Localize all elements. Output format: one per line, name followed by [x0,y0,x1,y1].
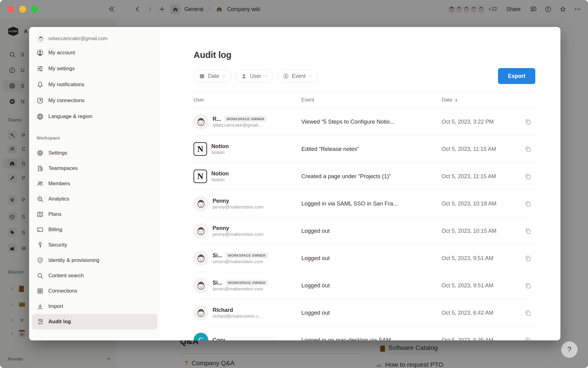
sort-descending-icon [454,98,459,102]
event-cell: Edited “Release notes” [301,146,442,152]
settings-nav-item[interactable]: Plans [32,207,157,222]
table-row[interactable]: Si... WORKSPACE OWNER simon@makenotion.c… [194,245,535,272]
settings-nav-label: Language & region [48,113,92,120]
settings-nav-label: Plans [48,211,62,217]
user-name: Cory [213,337,225,341]
user-cell: N Notion Notion [194,142,301,156]
user-cell: Penny penny@makenotion.com [194,224,301,238]
settings-nav-item[interactable]: Import [32,299,157,314]
copy-icon[interactable] [524,282,532,289]
settings-nav-label: My notifications [48,82,84,88]
date-cell: Oct 5, 2023, 6:42 AM [442,310,521,316]
table-row[interactable]: N Notion Notion Created [194,163,535,190]
event-cell: Viewed “5 Steps to Configure Notio... [301,118,442,125]
user-email: richard@makenotion.c... [213,313,262,319]
settings-nav-label: Audit log [48,319,71,325]
members-icon [36,180,44,187]
copy-icon[interactable] [524,309,532,316]
settings-sidebar: rebeccamcakir@gmail.com My account My se… [29,27,160,340]
copy-icon[interactable] [524,200,532,207]
user-name: Penny [213,198,229,204]
date-cell: Oct 5, 2023, 11:15 AM [442,146,521,152]
minimize-window-button[interactable] [19,6,26,13]
chevron-down-icon [308,74,312,78]
settings-sliders-icon [36,65,44,72]
help-button[interactable]: ? [561,341,578,358]
settings-nav-item[interactable]: Teamspaces [32,161,157,176]
zoom-window-button[interactable] [31,6,38,13]
settings-nav-item[interactable]: My account [32,45,157,61]
date-cell: Oct 5, 2023, 10:18 AM [442,201,521,207]
event-cell: Logged in via SAML SSO in San Fra... [301,200,442,207]
workspace-owner-badge: WORKSPACE OWNER [224,116,267,122]
settings-modal: rebeccamcakir@gmail.com My account My se… [29,27,560,340]
close-window-button[interactable] [7,6,14,13]
user-email: Notion [211,150,224,155]
settings-nav-label: Import [48,303,63,309]
filter-label: Date [208,73,219,79]
user-filter-icon [241,73,247,79]
table-row[interactable]: Penny penny@makenotion.com Logged in via… [194,190,535,217]
column-header-event[interactable]: Event [301,97,442,103]
settings-nav-label: My account [48,50,75,56]
settings-nav-item[interactable]: My settings [32,61,157,77]
settings-nav-item[interactable]: Connections [32,283,157,299]
copy-icon[interactable] [524,255,532,262]
table-row[interactable]: Si... WORKSPACE OWNER simon@makenotion.c… [194,272,535,299]
chevron-down-icon [222,74,226,78]
analytics-icon [36,195,44,203]
date-cell: Oct 5, 2023, 9:51 AM [442,255,521,262]
user-cell: Penny penny@makenotion.com [194,196,301,211]
copy-icon[interactable] [524,118,532,125]
event-cell: Created a page under “Projects (1)” [301,173,442,180]
filter-pill[interactable]: User [236,69,273,83]
settings-nav-item[interactable]: Audit log [32,314,157,329]
settings-nav-label: Analytics [48,196,69,202]
initial-avatar: C [194,333,208,340]
filter-label: Event [292,73,306,79]
settings-nav-item[interactable]: Security [32,237,157,253]
table-row[interactable]: C Cory Logged in on mac-desktop via SA [194,327,535,340]
event-cell: Logged out [301,228,442,234]
date-cell: Oct 5, 2023, 3:22 PM [442,119,521,125]
settings-nav-item[interactable]: Analytics [32,191,157,207]
calendar-filter-icon [199,73,205,79]
column-header-date[interactable]: Date [442,97,521,103]
copy-icon[interactable] [524,173,532,180]
user-cell: Si... WORKSPACE OWNER simon@makenotion.c… [194,251,301,266]
table-row[interactable]: Penny penny@makenotion.com Logged out Oc… [194,217,535,245]
filter-pill[interactable]: Date [194,69,231,83]
column-header-user[interactable]: User [194,97,301,103]
settings-nav-item[interactable]: My notifications [32,77,157,93]
audit-scroll-icon [36,318,44,325]
copy-icon[interactable] [524,145,532,153]
faded-badge [228,337,274,341]
export-button[interactable]: Export [498,68,535,84]
date-cell: Oct 5, 2023, 9:51 AM [442,282,521,289]
settings-nav-item[interactable]: Members [32,176,157,191]
account-avatar [36,35,45,43]
settings-nav-item[interactable]: My connections [32,93,157,109]
settings-nav-item[interactable]: Content search [32,268,157,283]
notion-logo-avatar: N [194,142,207,156]
table-row[interactable]: Richard richard@makenotion.c... Logged o… [194,299,535,327]
settings-nav-item[interactable]: Billing [32,222,157,237]
bell-icon [36,81,44,88]
user-sketch-avatar [194,196,208,211]
settings-nav-item[interactable]: Settings [32,145,157,161]
settings-nav-item[interactable]: Identity & provisioning [32,253,157,268]
event-cell: Logged out [301,309,442,316]
user-sketch-avatar [194,278,208,293]
filter-pills: Date User Event [194,69,318,83]
settings-nav-label: Connections [48,288,77,294]
filter-pill[interactable]: Event [277,69,318,83]
table-row[interactable]: R... WORKSPACE OWNER rebeccamcakir@gmail… [194,108,535,136]
settings-nav-label: My settings [48,66,75,72]
user-sketch-avatar [194,251,208,266]
table-row[interactable]: N Notion Notion Edited “ [194,136,535,163]
copy-icon[interactable] [524,336,532,340]
settings-nav-item[interactable]: Language & region [32,109,157,125]
account-email: rebeccamcakir@gmail.com [48,36,107,41]
copy-icon[interactable] [524,227,532,235]
user-email: penny@makenotion.com [213,232,263,237]
